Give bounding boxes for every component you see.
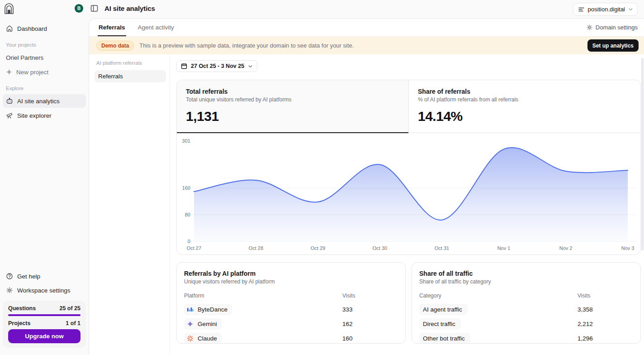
report-content: 27 Oct 25 - 3 Nov 25 Total referrals Tot… (170, 54, 644, 355)
column-visits: Visits (342, 293, 398, 299)
card-title: Share of all traffic (419, 270, 633, 277)
filter-sliders-icon (578, 6, 585, 13)
referrals-by-platform-card: Referrals by AI platform Unique visitors… (176, 262, 406, 344)
tab-agent-activity[interactable]: Agent activity (138, 19, 174, 36)
workspace-settings-button[interactable]: Workspace settings (3, 283, 86, 297)
domain-selector-label: position.digital (588, 6, 625, 13)
bytedance-icon (187, 306, 194, 313)
questions-progress-bar (8, 314, 80, 316)
sidebar-item-dashboard[interactable]: Dashboard (3, 22, 86, 35)
sidebar: Dashboard Your projects Oriel Partners N… (0, 18, 89, 355)
svg-text:80: 80 (185, 212, 190, 217)
main-panel: Referrals Agent activity Domain settings… (89, 18, 644, 355)
gemini-icon (187, 321, 194, 327)
stat-share-of-referrals[interactable]: Share of referrals % of AI platform refe… (408, 80, 640, 133)
stat-tabs: Total referrals Total unique visitors re… (177, 80, 640, 133)
category-name: AI agent traffic (419, 304, 468, 315)
telescope-icon (6, 112, 13, 119)
table-row[interactable]: Gemini 162 (184, 317, 398, 331)
referrals-chart-card: Total referrals Total unique visitors re… (176, 80, 641, 255)
sidebar-item-site-explorer[interactable]: Site explorer (3, 109, 86, 122)
visits-value: 2,212 (578, 321, 633, 327)
domain-selector[interactable]: position.digital (573, 3, 638, 16)
chevron-down-icon (248, 64, 253, 69)
visits-value: 162 (342, 321, 398, 327)
tab-bar: Referrals Agent activity Domain settings (89, 19, 644, 37)
demo-data-banner: Demo data This is a preview with sample … (89, 37, 644, 54)
date-range-picker[interactable]: 27 Oct 25 - 3 Nov 25 (176, 60, 257, 72)
projects-label: Projects (8, 320, 30, 326)
svg-text:Nov 1: Nov 1 (497, 245, 511, 251)
stat-value: 1,131 (186, 109, 399, 124)
demo-data-badge: Demo data (96, 41, 134, 51)
table-header: Platform Visits (184, 293, 398, 299)
stat-subtitle: % of AI platform referrals from all refe… (418, 96, 631, 103)
vertical-scrollbar[interactable] (641, 58, 644, 250)
card-subtitle: Unique visitors referred by AI platform (184, 278, 398, 285)
upgrade-button[interactable]: Upgrade now (8, 329, 80, 343)
date-range-label: 27 Oct 25 - 3 Nov 25 (191, 63, 244, 69)
questions-usage-row: Questions 25 of 25 (8, 305, 80, 312)
workspace-avatar[interactable]: B (75, 4, 83, 13)
sidebar-item-label: Dashboard (17, 25, 47, 32)
platform-name: Claude (198, 335, 217, 342)
domain-settings-label: Domain settings (596, 24, 638, 31)
calendar-icon (181, 63, 187, 69)
table-header: Category Visits (419, 293, 633, 299)
table-row[interactable]: AI agent traffic 3,358 (419, 302, 633, 317)
table-row[interactable]: Claude 160 (184, 331, 398, 344)
platform-name: Gemini (198, 321, 217, 327)
svg-text:Oct 31: Oct 31 (435, 245, 449, 251)
new-project-label: New project (16, 69, 48, 76)
platform-name: ByteDance (198, 306, 227, 313)
home-icon (6, 25, 13, 32)
app-logo-icon (3, 2, 15, 15)
svg-text:0: 0 (188, 239, 190, 244)
subnav-item-referrals[interactable]: Referrals (95, 70, 166, 82)
svg-text:Nov 2: Nov 2 (559, 245, 573, 251)
chevron-down-icon (628, 7, 633, 12)
stat-title: Share of referrals (418, 88, 631, 95)
share-of-traffic-card: Share of all traffic Share of all traffi… (412, 262, 641, 344)
gear-icon (6, 287, 13, 294)
get-help-button[interactable]: Get help (3, 269, 86, 283)
column-category: Category (419, 293, 578, 299)
projects-count: 1 of 1 (66, 320, 80, 326)
sidebar-item-ai-site-analytics[interactable]: AI site analytics (3, 94, 86, 108)
questions-label: Questions (8, 305, 36, 312)
questions-count: 25 of 25 (59, 305, 80, 312)
explore-label: Explore (0, 79, 89, 94)
stat-title: Total referrals (186, 88, 399, 95)
sidebar-item-label: Site explorer (17, 112, 52, 119)
new-project-button[interactable]: New project (3, 65, 86, 79)
top-bar: B AI site analytics position.digital (0, 0, 644, 18)
robot-icon (6, 97, 13, 105)
table-row[interactable]: Direct traffic 2,212 (419, 317, 633, 331)
visits-value: 160 (342, 335, 398, 342)
table-row[interactable]: ByteDance 333 (184, 302, 398, 317)
category-name: Other bot traffic (419, 333, 470, 344)
workspace-settings-label: Workspace settings (17, 287, 71, 294)
chart-area: 080160301Oct 27Oct 28Oct 29Oct 30Oct 31N… (177, 133, 640, 254)
sidebar-toggle-icon[interactable] (90, 5, 98, 14)
help-icon (6, 273, 13, 280)
card-title: Referrals by AI platform (184, 270, 398, 277)
sidebar-item-label: AI site analytics (17, 98, 60, 105)
report-subnav: AI platform referrals Referrals (89, 54, 170, 355)
category-name: Direct traffic (419, 318, 461, 330)
domain-settings-button[interactable]: Domain settings (586, 19, 638, 36)
table-row[interactable]: Other bot traffic 1,296 (419, 331, 633, 344)
banner-message: This is a preview with sample data, inte… (139, 42, 582, 49)
sidebar-item-project[interactable]: Oriel Partners (3, 51, 86, 64)
referrals-area-chart: 080160301Oct 27Oct 28Oct 29Oct 30Oct 31N… (177, 135, 640, 254)
column-visits: Visits (578, 293, 633, 299)
visits-value: 1,296 (578, 335, 633, 342)
set-up-analytics-button[interactable]: Set up analytics (587, 39, 639, 52)
card-subtitle: Share of all traffic by category (419, 278, 633, 285)
projects-usage-row: Projects 1 of 1 (8, 320, 80, 326)
stat-total-referrals[interactable]: Total referrals Total unique visitors re… (177, 80, 408, 133)
svg-text:301: 301 (182, 138, 190, 144)
project-name: Oriel Partners (6, 54, 43, 61)
svg-text:Oct 27: Oct 27 (187, 245, 201, 251)
tab-referrals[interactable]: Referrals (99, 19, 125, 36)
